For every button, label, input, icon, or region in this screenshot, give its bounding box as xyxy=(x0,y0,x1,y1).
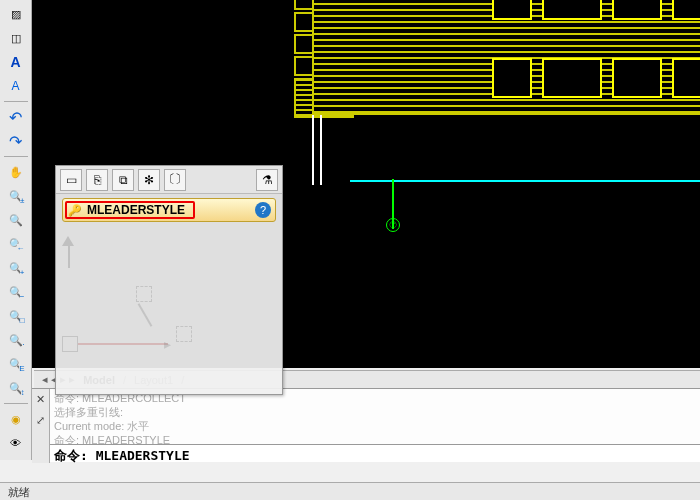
command-history: 命令: MLEADERCOLLECT 选择多重引线: Current mode:… xyxy=(50,389,700,449)
mode2-icon[interactable]: ⎘ xyxy=(86,169,108,191)
gradient-icon[interactable]: ◫ xyxy=(4,27,28,49)
mode1-icon[interactable]: ▭ xyxy=(60,169,82,191)
zoom-extents-icon[interactable]: 🔍E xyxy=(4,353,28,375)
dynamic-input-popup: ▭⎘⧉✻〔〕 ⚗ 🔑 ? ▸ xyxy=(55,165,283,395)
gear-icon[interactable]: ✻ xyxy=(138,169,160,191)
zoom-center-icon[interactable]: 🔍· xyxy=(4,329,28,351)
ucs-x-axis-icon xyxy=(78,343,168,345)
pan-icon[interactable]: ✋ xyxy=(4,161,28,183)
popup-preview: ▸ xyxy=(56,226,282,392)
undo-icon[interactable]: ↶ xyxy=(4,106,28,128)
ghost-handle xyxy=(176,326,192,342)
eye-icon[interactable]: 👁 xyxy=(4,432,28,454)
key-icon: 🔑 xyxy=(67,202,83,218)
zoom-previous-icon[interactable]: 🔍← xyxy=(4,233,28,255)
ghost-handle xyxy=(136,286,152,302)
text-icon[interactable]: A xyxy=(4,75,28,97)
zoom-out-icon[interactable]: 🔍− xyxy=(4,281,28,303)
left-toolbar: ▨◫AA↶↷✋🔍±🔍🔍←🔍+🔍−🔍□🔍·🔍E🔍↕◉👁 xyxy=(0,0,32,460)
ucs-y-axis-icon xyxy=(66,236,74,268)
ground-line xyxy=(350,180,700,182)
vertical-line xyxy=(320,115,322,185)
vertical-line xyxy=(312,115,314,185)
drawing-building xyxy=(312,0,700,115)
command-input[interactable]: 命令: MLEADERSTYLE xyxy=(50,444,700,462)
status-bar: 就绪 xyxy=(0,482,700,500)
hatch-icon[interactable]: ▨ xyxy=(4,3,28,25)
zoom-realtime-icon[interactable]: 🔍± xyxy=(4,185,28,207)
mode3-icon[interactable]: ⧉ xyxy=(112,169,134,191)
visual-style-icon[interactable]: ◉ xyxy=(4,408,28,430)
command-window: ✕ ⤢ 命令: MLEADERCOLLECT 选择多重引线: Current m… xyxy=(32,388,700,462)
zoom-window-icon[interactable]: 🔍 xyxy=(4,209,28,231)
close-icon[interactable]: ✕ xyxy=(36,393,45,406)
status-text: 就绪 xyxy=(8,486,30,498)
help-icon[interactable]: ? xyxy=(255,202,271,218)
zoom-all-icon[interactable]: 🔍□ xyxy=(4,305,28,327)
command-search-input[interactable] xyxy=(87,203,255,217)
zoom-scale-icon[interactable]: 🔍↕ xyxy=(4,377,28,399)
command-search-row: 🔑 ? xyxy=(62,198,276,222)
flask-icon[interactable]: ⚗ xyxy=(256,169,278,191)
axis-marker: ⑦ xyxy=(386,218,400,232)
bracket-icon[interactable]: 〔〕 xyxy=(164,169,186,191)
grip-icon[interactable]: ⤢ xyxy=(36,414,45,427)
ghost-handle xyxy=(62,336,78,352)
text-bold-icon[interactable]: A xyxy=(4,51,28,73)
popup-toolbar: ▭⎘⧉✻〔〕 ⚗ xyxy=(56,166,282,194)
redo-icon[interactable]: ↷ xyxy=(4,130,28,152)
zoom-in-icon[interactable]: 🔍+ xyxy=(4,257,28,279)
